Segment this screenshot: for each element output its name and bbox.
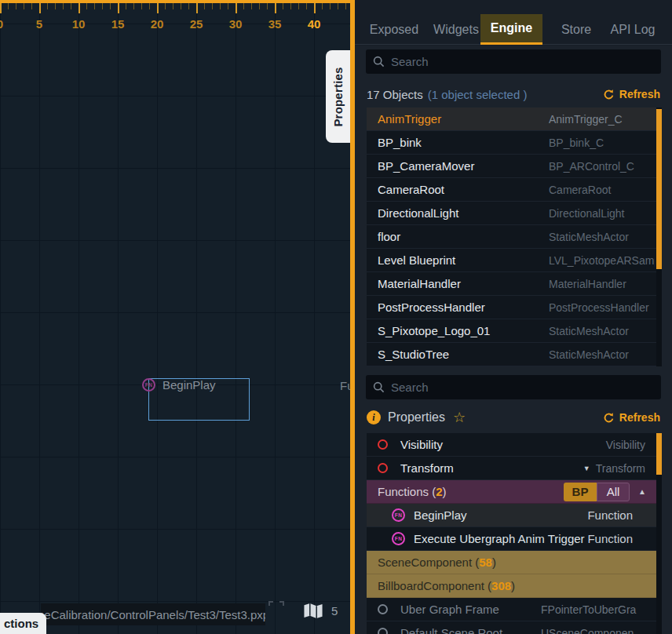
object-name: S_Pixotope_Logo_01: [378, 324, 490, 337]
object-class: LVL_PixotopeARSample..: [549, 254, 655, 267]
panel-tab-bar: Exposed Widgets Engine Store API Log: [355, 0, 672, 46]
property-type: FPointerToUberGra: [541, 603, 656, 616]
object-class: StaticMeshActor: [549, 325, 655, 337]
node-title: BeginPlay: [163, 378, 216, 392]
function-name: BeginPlay: [414, 508, 467, 522]
object-name: DirectionalLight: [378, 206, 458, 220]
favorite-star-icon[interactable]: ☆: [453, 409, 466, 426]
ruler-label: 35: [268, 17, 282, 31]
ruler-label: 40: [308, 17, 321, 31]
refresh-label: Refresh: [619, 411, 660, 424]
minimap-count: 5: [331, 604, 338, 618]
objects-count: 17 Objects: [367, 88, 423, 101]
function-icon: FN: [142, 378, 155, 392]
object-class: BP_bink_C: [549, 137, 655, 149]
properties-side-tab-label: Properties: [331, 67, 345, 126]
object-class: AnimTrigger_C: [549, 113, 655, 126]
property-name: Default Scene Root: [400, 626, 502, 634]
group-label: Functions (: [378, 485, 436, 498]
bp-filter-button[interactable]: BP: [564, 483, 597, 501]
property-type: Transform: [596, 462, 645, 475]
function-row-execute-ubergraph[interactable]: FN Execute Ubergraph Anim Trigger Functi…: [367, 527, 656, 551]
property-row-uber-graph-frame[interactable]: Uber Graph Frame FPointerToUberGra: [367, 598, 656, 621]
node-graph-canvas[interactable]: 0 5 10 15 20 25 30 35 40 4 FN BeginPlay …: [0, 0, 350, 634]
tab-store[interactable]: Store: [551, 14, 601, 45]
functions-group-row[interactable]: Functions (2) BP All ▲: [367, 480, 656, 504]
canvas-top-border: [0, 0, 355, 3]
properties-scrollbar[interactable]: [656, 433, 662, 634]
objects-refresh-button[interactable]: Refresh: [603, 88, 660, 100]
object-row[interactable]: AnimTrigger AnimTrigger_C: [367, 107, 656, 131]
refresh-icon: [603, 412, 615, 424]
object-name: S_StudioTree: [378, 348, 449, 361]
object-name: MaterialHandler: [378, 277, 461, 290]
fullscreen-icon[interactable]: [268, 601, 284, 611]
object-row[interactable]: MaterialHandler MaterialHandler: [367, 272, 656, 296]
properties-search[interactable]: [366, 375, 661, 399]
property-type-icon: [378, 439, 388, 450]
group-label-close: ): [492, 556, 496, 569]
billboardcomponent-group-row[interactable]: BillboardComponent (308): [367, 574, 656, 598]
group-label-close: ): [443, 485, 447, 498]
ruler-label: 5: [36, 17, 42, 31]
scenecomponent-group-row[interactable]: SceneComponent (58): [367, 551, 656, 574]
object-class: StaticMeshActor: [549, 231, 655, 243]
property-type-icon: [378, 628, 388, 634]
all-filter-button[interactable]: All: [597, 483, 630, 501]
collapse-up-icon[interactable]: ▲: [638, 487, 646, 496]
object-class: BP_ARControl_C: [549, 160, 655, 173]
ruler-label: 15: [111, 17, 125, 31]
canvas-right-border[interactable]: [350, 0, 355, 634]
engine-panel: Exposed Widgets Engine Store API Log 17 …: [355, 0, 672, 634]
search-icon: [373, 381, 385, 393]
property-row-default-scene-root[interactable]: Default Scene Root USceneComponen: [367, 621, 656, 634]
object-name: BP_bink: [378, 136, 422, 149]
minimap-toggle[interactable]: 5: [303, 603, 338, 619]
properties-refresh-button[interactable]: Refresh: [603, 411, 660, 424]
object-row[interactable]: BP_bink BP_bink_C: [367, 131, 656, 155]
refresh-icon: [603, 89, 615, 100]
tab-exposed[interactable]: Exposed: [366, 14, 422, 45]
function-icon: FN: [392, 532, 405, 545]
object-row[interactable]: floor StaticMeshActor: [367, 225, 656, 249]
property-row-transform[interactable]: Transform ▼ Transform: [367, 457, 656, 480]
ruler-label: 25: [190, 17, 203, 31]
tab-api-log[interactable]: API Log: [603, 14, 663, 45]
search-icon: [373, 56, 385, 67]
function-row-beginplay[interactable]: FN BeginPlay Function: [367, 504, 656, 527]
object-row[interactable]: Level Blueprint LVL_PixotopeARSample..: [367, 249, 656, 272]
group-count: 2: [436, 485, 442, 498]
properties-title: Properties: [388, 410, 445, 424]
ruler-label: 30: [229, 17, 243, 31]
object-row[interactable]: S_Pixotope_Logo_01 StaticMeshActor: [367, 319, 656, 343]
object-name: BP_CameraMover: [378, 159, 474, 173]
object-class: DirectionalLight: [549, 207, 655, 220]
property-name: Visibility: [400, 438, 443, 451]
property-row-visibility[interactable]: Visibility Visibility: [367, 433, 656, 457]
group-count: 58: [479, 556, 492, 569]
objects-search-input[interactable]: [391, 55, 654, 68]
beginplay-node[interactable]: FN BeginPlay: [142, 378, 216, 392]
chevron-down-icon[interactable]: ▼: [583, 465, 590, 472]
properties-side-tab[interactable]: Properties: [326, 50, 350, 143]
tab-engine[interactable]: Engine: [480, 14, 542, 45]
property-type-icon: [378, 463, 388, 473]
actions-flyout-button[interactable]: ctions: [0, 613, 46, 634]
object-row[interactable]: CameraRoot CameraRoot: [367, 178, 656, 202]
info-icon: i: [367, 410, 381, 424]
object-class: MaterialHandler: [549, 278, 655, 290]
object-row[interactable]: BP_CameraMover BP_ARControl_C: [367, 155, 656, 178]
function-type: Function: [587, 508, 633, 522]
object-row[interactable]: DirectionalLight DirectionalLight: [367, 202, 656, 225]
properties-scrollbar-thumb[interactable]: [656, 433, 662, 475]
objects-scrollbar[interactable]: [656, 107, 662, 366]
object-row[interactable]: S_StudioTree StaticMeshActor: [367, 343, 656, 366]
tab-widgets[interactable]: Widgets: [425, 14, 487, 45]
object-row[interactable]: PostProcessHandler PostProcessHandler: [367, 296, 656, 319]
objects-scrollbar-thumb[interactable]: [656, 109, 662, 269]
ruler-label: 0: [0, 17, 3, 31]
function-name: Execute Ubergraph Anim Trigger: [414, 532, 585, 545]
properties-search-input[interactable]: [391, 381, 654, 394]
object-name: Level Blueprint: [378, 253, 455, 267]
objects-search[interactable]: [366, 49, 661, 74]
